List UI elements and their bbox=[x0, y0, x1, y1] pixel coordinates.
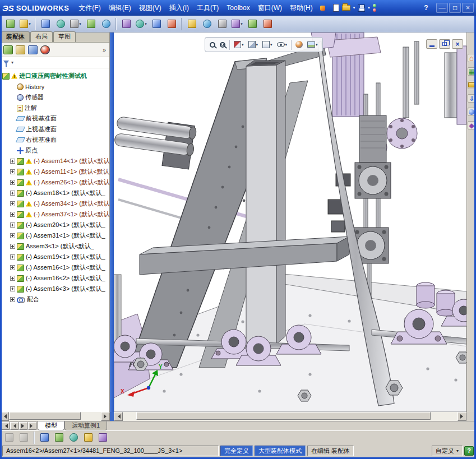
menu-toolbox[interactable]: Toolbox bbox=[223, 2, 253, 14]
edit-appearance-icon[interactable] bbox=[294, 39, 304, 50]
last-tab-button[interactable] bbox=[28, 422, 36, 430]
tab-layout[interactable]: 布局 bbox=[30, 31, 53, 42]
minimize-button[interactable]: — bbox=[436, 3, 448, 13]
apply-scene-icon[interactable]: ▾ bbox=[306, 39, 320, 50]
expand-icon[interactable] bbox=[10, 169, 15, 174]
expand-icon[interactable] bbox=[10, 212, 15, 217]
doc-close-button[interactable] bbox=[452, 39, 463, 49]
measure-icon[interactable] bbox=[245, 17, 260, 31]
expand-icon[interactable] bbox=[10, 201, 15, 206]
scroll-left-button[interactable] bbox=[114, 412, 123, 421]
zoom-area-icon[interactable] bbox=[218, 39, 227, 50]
show-hidden-icon[interactable] bbox=[119, 17, 133, 31]
display-style-icon[interactable]: ▾ bbox=[261, 39, 274, 50]
menu-tools[interactable]: 工具(T) bbox=[193, 1, 223, 15]
first-tab-button[interactable] bbox=[1, 422, 10, 430]
open-part-icon[interactable]: ▾ bbox=[18, 17, 33, 31]
save-icon[interactable] bbox=[358, 4, 365, 12]
menu-view[interactable]: 视图(V) bbox=[135, 1, 165, 15]
expand-icon[interactable] bbox=[10, 222, 15, 228]
teal-globe-icon[interactable] bbox=[67, 432, 80, 443]
maximize-button[interactable]: □ bbox=[449, 3, 461, 13]
doc-minimize-button[interactable] bbox=[426, 39, 437, 49]
tree-item-assem20[interactable]: (-) Assem20<1> (默认<默认_ bbox=[0, 220, 109, 230]
explode-sketch-icon[interactable] bbox=[215, 17, 229, 31]
help-question-button[interactable]: ? bbox=[422, 3, 431, 13]
panel-overflow-chevron[interactable]: » bbox=[103, 47, 106, 53]
menu-window[interactable]: 窗口(W) bbox=[254, 1, 286, 15]
propertymanager-icon[interactable] bbox=[16, 45, 25, 54]
menu-insert[interactable]: 插入(I) bbox=[165, 1, 193, 15]
purple-tile-icon[interactable] bbox=[96, 432, 109, 443]
graphics-viewport[interactable]: X Y ▾ ▾ ▾ ▾ ▾ bbox=[114, 33, 466, 412]
expand-icon[interactable] bbox=[10, 254, 15, 259]
gray-camera-icon[interactable] bbox=[17, 432, 30, 443]
next-tab-button[interactable] bbox=[19, 422, 27, 430]
yellow-grid-icon[interactable] bbox=[82, 432, 95, 443]
expand-icon[interactable] bbox=[10, 244, 15, 249]
open-folder-icon[interactable] bbox=[342, 5, 350, 11]
save-dropdown-icon[interactable]: ▾ bbox=[368, 6, 370, 10]
move-component-icon[interactable] bbox=[84, 17, 98, 31]
tab-sketch[interactable]: 草图 bbox=[53, 31, 76, 42]
expand-icon[interactable] bbox=[10, 286, 15, 291]
tree-item-assem34[interactable]: (-) Assem34<1> (默认<默认_ bbox=[0, 198, 109, 209]
tab-assembly[interactable]: 装配体 bbox=[1, 31, 30, 42]
tree-item-assem37[interactable]: (-) Assem37<1> (默认<默认_ bbox=[0, 209, 109, 220]
displaymanager-ball-icon[interactable] bbox=[40, 45, 50, 54]
expand-icon[interactable] bbox=[10, 297, 15, 302]
new-document-icon[interactable] bbox=[333, 4, 339, 12]
tree-item-mates[interactable]: 配合 bbox=[0, 294, 109, 305]
featuremanager-tree-icon[interactable] bbox=[3, 45, 13, 54]
tree-item-front-plane[interactable]: 前视基准面 bbox=[0, 113, 109, 124]
panel-splitter[interactable] bbox=[110, 33, 114, 412]
expand-icon[interactable] bbox=[10, 159, 15, 164]
tree-item-history[interactable]: History bbox=[0, 81, 109, 92]
panel-scrollbar[interactable] bbox=[0, 412, 110, 421]
expand-icon[interactable] bbox=[10, 233, 15, 238]
search-flame-icon[interactable] bbox=[320, 6, 325, 11]
section-view-icon[interactable]: ▾ bbox=[232, 39, 246, 50]
tree-item-sensors[interactable]: 传感器 bbox=[0, 92, 109, 103]
bom-table-icon[interactable] bbox=[184, 17, 199, 31]
expand-icon[interactable] bbox=[10, 265, 15, 270]
view-orientation-icon[interactable]: ▾ bbox=[247, 39, 260, 50]
tree-item-assem31[interactable]: (-) Assem31<1> (默认<默认_ bbox=[0, 230, 109, 241]
scroll-thumb[interactable] bbox=[136, 412, 431, 420]
menu-help[interactable]: 帮助(H) bbox=[286, 1, 317, 15]
gray-cube-icon[interactable] bbox=[3, 432, 16, 443]
pattern-grid-icon[interactable] bbox=[53, 17, 68, 31]
scroll-right-button[interactable] bbox=[457, 412, 466, 421]
filter-funnel-icon[interactable] bbox=[3, 61, 9, 64]
exploded-view-icon[interactable] bbox=[200, 17, 214, 31]
doc-restore-button[interactable] bbox=[439, 39, 450, 49]
insert-component-icon[interactable] bbox=[3, 17, 17, 31]
tree-root-assembly[interactable]: 进口液压阀密封性测试机 bbox=[0, 71, 109, 81]
configurationmanager-icon[interactable] bbox=[28, 45, 38, 54]
viewport-scrollbar[interactable] bbox=[114, 412, 466, 421]
scroll-track[interactable] bbox=[123, 412, 457, 421]
tree-item-assem16-3[interactable]: (-) Assem16<3> (默认<默认_ bbox=[0, 284, 109, 294]
mate-clip-icon[interactable] bbox=[38, 17, 53, 31]
section-tool-icon[interactable] bbox=[260, 17, 275, 31]
open-dropdown-icon[interactable]: ▾ bbox=[353, 6, 355, 10]
tab-motion-study-1[interactable]: 运动算例1 bbox=[64, 421, 107, 430]
motion-study-icon[interactable] bbox=[164, 17, 179, 31]
scroll-thumb[interactable] bbox=[9, 412, 81, 420]
status-help-button[interactable]: ? bbox=[464, 446, 474, 456]
filter-dropdown-icon[interactable]: ▾ bbox=[11, 60, 13, 65]
tree-item-right-plane[interactable]: 右视基准面 bbox=[0, 135, 109, 145]
hide-show-items-icon[interactable]: ▾ bbox=[275, 39, 289, 50]
tree-item-assem14[interactable]: (-) Assem14<1> (默认<默认_ bbox=[0, 156, 109, 166]
scroll-right-button[interactable] bbox=[101, 412, 110, 421]
close-button[interactable]: × bbox=[462, 3, 474, 13]
expand-icon[interactable] bbox=[10, 191, 15, 196]
expand-icon[interactable] bbox=[10, 276, 15, 281]
prev-tab-button[interactable] bbox=[10, 422, 19, 430]
assembly-features-icon[interactable]: ▾ bbox=[134, 17, 149, 31]
tree-item-origin[interactable]: 原点 bbox=[0, 145, 109, 156]
interference-check-icon[interactable]: ▾ bbox=[230, 17, 244, 31]
fastener-bolt-icon[interactable]: ▾ bbox=[68, 17, 83, 31]
status-custom-dropdown[interactable]: 自定义▾ bbox=[432, 446, 463, 456]
zoom-fit-icon[interactable] bbox=[208, 39, 217, 50]
